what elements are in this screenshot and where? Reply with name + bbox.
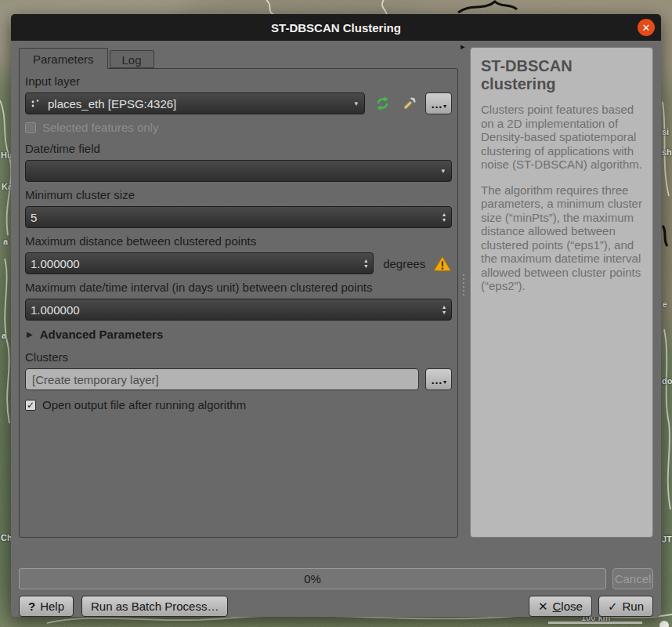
open-output-checkbox[interactable]: ✓ [25, 400, 36, 411]
cancel-button: Cancel [612, 568, 653, 589]
tab-bar: Parameters Log [19, 47, 458, 68]
datetime-field-label: Date/time field [25, 142, 452, 155]
selected-features-checkbox[interactable] [25, 122, 36, 133]
clusters-label: Clusters [25, 350, 452, 364]
chevron-down-icon: ▾ [443, 379, 446, 386]
max-interval-label: Maximum date/time interval (in days unit… [25, 281, 452, 294]
point-layer-icon [31, 98, 42, 109]
selected-features-label: Selected features only [42, 121, 158, 134]
help-title: ST-DBSCAN clustering [481, 57, 642, 93]
input-layer-value: places_eth [EPSG:4326] [48, 97, 176, 111]
help-button[interactable]: ? Help [19, 596, 74, 617]
map-label: sh [662, 147, 672, 157]
spinner-arrows-icon[interactable]: ▴▾ [443, 304, 446, 315]
window-title: ST-DBSCAN Clustering [271, 21, 401, 34]
tab-parameters[interactable]: Parameters [19, 48, 108, 69]
panel-splitter[interactable]: ▸ [458, 47, 470, 538]
title-bar[interactable]: ST-DBSCAN Clustering ✕ [11, 14, 661, 41]
parameters-panel: Input layer places_eth [EPSG:4326] ▾ [19, 68, 458, 538]
chevron-down-icon: ▾ [441, 167, 446, 175]
map-label: e [663, 299, 667, 309]
window-close-button[interactable]: ✕ [638, 19, 655, 36]
expander-arrow-icon: ▶ [27, 330, 33, 339]
ellipsis-icon: … [431, 97, 443, 111]
dialog-content: Parameters Log Input layer places_eth [E… [11, 41, 661, 544]
max-distance-label: Maximum distance between clustered point… [25, 234, 452, 248]
help-paragraph: Clusters point features based on a 2D im… [481, 103, 642, 172]
ellipsis-icon: … [431, 373, 443, 386]
datetime-field-combobox[interactable]: ▾ [25, 160, 452, 182]
close-button[interactable]: ✕ Close [529, 596, 592, 617]
help-icon: ? [28, 600, 35, 613]
checkmark-icon: ✓ [608, 600, 618, 614]
open-output-label: Open output file after running algorithm [42, 398, 246, 411]
splitter-handle[interactable] [463, 274, 464, 295]
input-layer-combobox[interactable]: places_eth [EPSG:4326] ▾ [25, 92, 365, 114]
help-paragraph: The algorithm requires three parameters,… [481, 183, 642, 293]
map-label: a [3, 237, 8, 246]
map-label: a [2, 331, 6, 340]
advanced-parameters-label: Advanced Parameters [40, 328, 164, 341]
spinner-arrows-icon[interactable]: ▴▾ [443, 212, 446, 223]
warning-icon [433, 256, 452, 272]
advanced-parameters-expander[interactable]: ▶ Advanced Parameters [27, 328, 452, 341]
max-distance-spinbox[interactable]: 1.000000 ▴▾ [25, 252, 374, 274]
progress-bar: 0% [19, 568, 606, 589]
max-interval-spinbox[interactable]: 1.000000 ▴▾ [25, 299, 452, 321]
min-cluster-size-spinbox[interactable]: 5 ▴▾ [25, 206, 452, 228]
clusters-placeholder: [Create temporary layer] [32, 373, 159, 386]
map-label: si [662, 127, 669, 136]
checkmark-icon: ✓ [27, 400, 34, 410]
map-label: JT [662, 535, 672, 544]
chevron-down-icon: ▾ [443, 103, 446, 110]
close-icon: ✕ [538, 600, 548, 614]
input-layer-label: Input layer [25, 74, 452, 88]
collapse-panel-icon[interactable]: ▸ [461, 42, 465, 51]
tab-log[interactable]: Log [110, 50, 154, 68]
run-as-batch-button[interactable]: Run as Batch Process… [81, 596, 228, 617]
chevron-down-icon: ▾ [354, 100, 359, 107]
spinner-arrows-icon[interactable]: ▴▾ [364, 258, 368, 269]
max-distance-unit: degrees [383, 257, 425, 270]
max-interval-value: 1.000000 [31, 303, 80, 317]
clusters-browse-button[interactable]: … ▾ [425, 368, 452, 390]
input-layer-browse-button[interactable]: … ▾ [425, 92, 452, 114]
clusters-output-field[interactable]: [Create temporary layer] [25, 368, 419, 390]
map-label: do [662, 376, 672, 386]
st-dbscan-dialog: ST-DBSCAN Clustering ✕ Parameters Log In… [11, 14, 661, 617]
close-icon: ✕ [642, 23, 651, 33]
help-panel: ST-DBSCAN clustering Clusters point feat… [470, 47, 653, 538]
progress-value: 0% [304, 572, 321, 585]
max-distance-value: 1.000000 [31, 257, 80, 270]
run-button[interactable]: ✓ Run [598, 596, 653, 617]
iterate-layer-icon[interactable] [374, 96, 391, 111]
min-cluster-size-label: Minimum cluster size [25, 188, 452, 201]
min-cluster-size-value: 5 [31, 211, 37, 224]
advanced-options-wrench-icon[interactable] [400, 94, 419, 113]
